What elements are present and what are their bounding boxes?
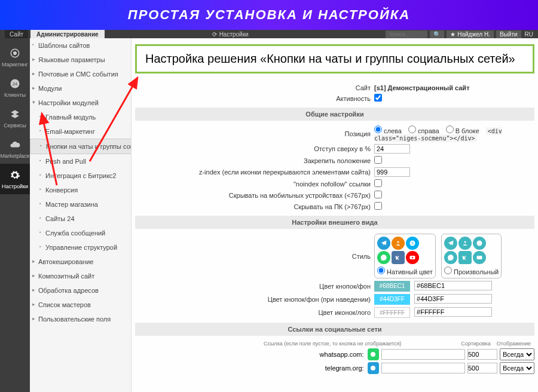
lbl-active: Активность — [135, 95, 374, 102]
ok-icon — [458, 237, 472, 250]
style-native-box[interactable]: S Нативный цвет — [374, 234, 436, 278]
tree-item[interactable]: Пользовательские поля — [30, 312, 131, 326]
link-label: whatsapp.com: — [135, 351, 368, 358]
svg-rect-10 — [476, 256, 482, 259]
link-sort-input[interactable] — [467, 363, 497, 373]
tree-item[interactable]: Главный модуль — [30, 110, 131, 124]
svg-point-12 — [371, 366, 375, 370]
tree-item[interactable]: Модули — [30, 81, 131, 96]
val-site: [s1] Демонстрационный сайт — [374, 84, 470, 91]
tree-item[interactable]: Конверсия — [30, 183, 131, 197]
rail-services[interactable]: Сервисы — [0, 103, 30, 133]
tree-item[interactable]: Список мастеров — [30, 298, 131, 312]
tree-item[interactable]: Кнопки на чаты и группы социальных сетей — [30, 139, 132, 154]
tree-item[interactable]: Шаблоны сайтов — [30, 38, 131, 53]
tree-item[interactable]: Мастер магазина — [30, 197, 131, 212]
tree-item[interactable]: Почтовые и СМС события — [30, 67, 131, 81]
section-links: Ссылки на социальные сети — [135, 323, 534, 336]
wizard-button[interactable]: ★ Найджел Н. — [447, 30, 494, 38]
tree-item[interactable]: Интеграция с Битрикс2 — [30, 169, 131, 183]
link-display-select[interactable]: Всегда — [500, 348, 534, 360]
inp-btnbg[interactable] — [414, 281, 492, 290]
topnav-admin[interactable]: Администрирование — [30, 30, 105, 39]
tree-item[interactable]: Языковые параметры — [30, 53, 131, 67]
lbl-nofollow: "noindex nofollow" ссылки — [135, 180, 374, 188]
whatsapp-icon — [377, 251, 390, 264]
svg-point-1 — [13, 51, 17, 55]
chk-fix[interactable] — [374, 156, 382, 164]
chk-active[interactable] — [374, 94, 382, 102]
tree-item[interactable]: Служба сообщений — [30, 226, 131, 240]
youtube-icon — [406, 251, 419, 264]
rail-marketplace[interactable]: Marketplace — [0, 133, 30, 164]
inp-iconcolor[interactable] — [414, 307, 492, 317]
lbl-hidepc: Скрывать на ПК (>767px) — [135, 203, 374, 210]
vk-icon — [458, 251, 472, 264]
lbl-style: Стиль — [135, 253, 374, 260]
inp-zindex[interactable] — [374, 167, 410, 177]
svg-point-11 — [371, 352, 375, 357]
inp-btnbghover[interactable] — [414, 294, 492, 304]
col-sort: Сортировка — [461, 341, 490, 347]
link-display-select[interactable]: Всегда — [500, 362, 534, 374]
tree-item[interactable]: Управление структурой — [30, 240, 131, 255]
breadcrumb[interactable]: Настройки — [219, 31, 249, 38]
section-general: Общие настройки — [135, 108, 534, 121]
telegram-icon — [444, 237, 457, 250]
swatch-btnbghover[interactable]: #44D3FF — [374, 294, 410, 305]
lbl-position: Позиция — [135, 130, 374, 137]
radio-native[interactable] — [377, 267, 385, 274]
link-chip-icon — [368, 362, 379, 374]
lbl-offset: Отступ сверху в % — [135, 145, 374, 152]
link-sort-input[interactable] — [467, 349, 497, 360]
lang-switch[interactable]: RU — [525, 31, 533, 38]
skype-icon — [473, 237, 486, 250]
swatch-btnbg[interactable]: #68BEC1 — [374, 281, 410, 292]
inp-offset[interactable] — [374, 144, 410, 154]
page-title: Настройка решения «Кнопки на чаты и груп… — [135, 44, 534, 74]
swatch-iconcolor[interactable]: #FFFFFF — [374, 307, 410, 318]
tree-item[interactable]: Push and Pull — [30, 154, 131, 169]
rail-clients[interactable]: 24 Клиенты — [0, 72, 30, 103]
telegram-icon — [377, 237, 390, 250]
tree-item[interactable]: Сайты 24 — [30, 212, 131, 226]
search-go-icon[interactable]: 🔍 — [430, 30, 444, 38]
link-chip-icon — [368, 348, 379, 360]
chk-nofollow[interactable] — [374, 179, 382, 187]
radio-custom[interactable] — [444, 267, 452, 274]
tree-item[interactable]: Автокеширование — [30, 255, 131, 269]
lbl-btnbg: Цвет кнопок/фон — [135, 283, 374, 290]
tree-item[interactable]: Композитный сайт — [30, 269, 131, 283]
radio-block[interactable]: В блоке — [446, 127, 479, 134]
section-look: Настройки внешнего вида — [135, 216, 534, 229]
svg-text:24: 24 — [13, 81, 17, 87]
left-rail: Маркетинг 24 Клиенты Сервисы Marketplace… — [0, 38, 30, 392]
rail-settings[interactable]: Настройки — [0, 164, 30, 194]
link-url-input[interactable] — [381, 349, 465, 360]
tree-item[interactable]: Настройки модулей — [30, 96, 131, 110]
clients-icon: 24 — [8, 77, 22, 90]
col-display: Отображение — [497, 341, 531, 347]
tree-item[interactable]: Email-маркетинг — [30, 124, 131, 139]
radio-left[interactable]: слева — [374, 127, 402, 134]
link-url-input[interactable] — [381, 363, 465, 373]
logout-button[interactable]: Выйти — [496, 30, 521, 38]
cloud-icon — [8, 138, 22, 151]
lbl-btnbghover: Цвет кнопок/фон (при наведении) — [135, 296, 374, 303]
target-icon — [8, 47, 22, 60]
rail-marketing[interactable]: Маркетинг — [0, 42, 30, 72]
search-input[interactable] — [386, 30, 427, 38]
breadcrumb-refresh-icon[interactable]: ⟳ — [212, 31, 217, 38]
svg-point-4 — [398, 241, 399, 243]
chk-hidemobile[interactable] — [374, 191, 382, 198]
topnav-site[interactable]: Сайт — [5, 30, 28, 39]
svg-point-9 — [476, 241, 482, 246]
style-custom-box[interactable]: Произвольный — [441, 234, 502, 278]
link-label: telegram.org: — [135, 365, 368, 372]
layers-icon — [8, 108, 22, 121]
tree-item[interactable]: Обработка адресов — [30, 283, 131, 298]
chk-hidepc[interactable] — [374, 202, 382, 210]
radio-right[interactable]: справа — [408, 127, 439, 134]
svg-text:S: S — [411, 241, 414, 245]
banner-title: ПРОСТАЯ УСТАНОВКА И НАСТРОЙКА — [0, 0, 538, 30]
